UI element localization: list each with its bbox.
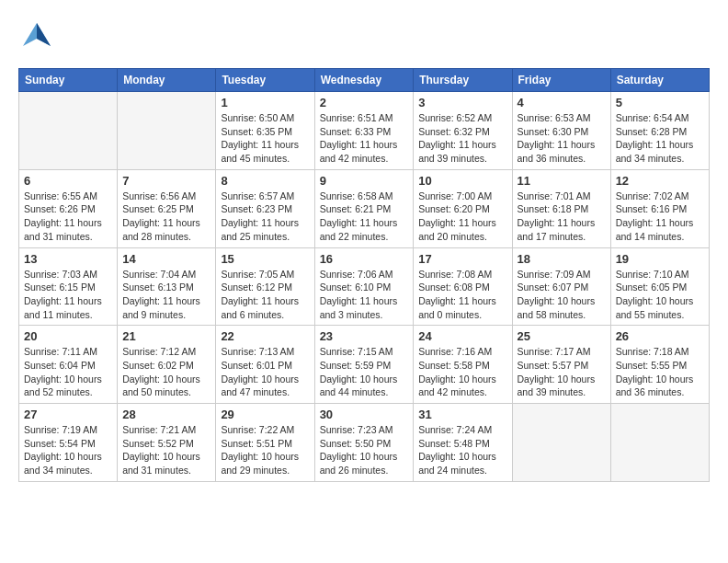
day-info: Sunrise: 7:10 AMSunset: 6:05 PMDaylight:… — [616, 268, 704, 322]
calendar-day: 9Sunrise: 6:58 AMSunset: 6:21 PMDaylight… — [314, 169, 414, 247]
calendar-day: 30Sunrise: 7:23 AMSunset: 5:50 PMDayligh… — [314, 404, 414, 482]
day-number: 25 — [518, 329, 606, 343]
calendar-day: 26Sunrise: 7:18 AMSunset: 5:55 PMDayligh… — [610, 326, 709, 404]
day-number: 6 — [24, 174, 112, 188]
day-number: 17 — [418, 252, 506, 266]
calendar-day: 13Sunrise: 7:03 AMSunset: 6:15 PMDayligh… — [19, 247, 118, 326]
day-number: 31 — [418, 408, 506, 421]
calendar-day: 8Sunrise: 6:57 AMSunset: 6:23 PMDaylight… — [216, 169, 314, 247]
day-number: 13 — [24, 252, 112, 266]
svg-marker-1 — [37, 23, 51, 46]
day-info: Sunrise: 7:05 AMSunset: 6:12 PMDaylight:… — [221, 268, 309, 322]
day-number: 23 — [320, 329, 409, 343]
day-number: 10 — [418, 174, 506, 188]
calendar-day: 20Sunrise: 7:11 AMSunset: 6:04 PMDayligh… — [19, 326, 118, 404]
day-number: 26 — [616, 329, 704, 343]
calendar-day: 22Sunrise: 7:13 AMSunset: 6:01 PMDayligh… — [216, 326, 314, 404]
day-info: Sunrise: 7:13 AMSunset: 6:01 PMDaylight:… — [221, 345, 309, 399]
day-info: Sunrise: 7:23 AMSunset: 5:50 PMDaylight:… — [320, 423, 409, 477]
weekday-header-sunday: Sunday — [19, 69, 118, 92]
logo — [18, 18, 59, 59]
day-info: Sunrise: 7:08 AMSunset: 6:08 PMDaylight:… — [418, 268, 506, 322]
calendar-day: 15Sunrise: 7:05 AMSunset: 6:12 PMDayligh… — [216, 247, 314, 326]
calendar-day: 18Sunrise: 7:09 AMSunset: 6:07 PMDayligh… — [512, 247, 610, 326]
calendar-week-5: 27Sunrise: 7:19 AMSunset: 5:54 PMDayligh… — [19, 404, 710, 482]
day-number: 4 — [518, 96, 606, 109]
day-info: Sunrise: 7:18 AMSunset: 5:55 PMDaylight:… — [616, 345, 704, 399]
day-info: Sunrise: 7:09 AMSunset: 6:07 PMDaylight:… — [518, 268, 606, 322]
logo-bird-icon — [18, 18, 55, 59]
day-number: 29 — [221, 408, 309, 421]
day-number: 22 — [221, 329, 309, 343]
day-info: Sunrise: 7:17 AMSunset: 5:57 PMDaylight:… — [518, 345, 606, 399]
weekday-header-thursday: Thursday — [414, 69, 512, 92]
day-number: 7 — [122, 174, 210, 188]
day-number: 15 — [221, 252, 309, 266]
weekday-header-wednesday: Wednesday — [314, 69, 414, 92]
day-info: Sunrise: 7:21 AMSunset: 5:52 PMDaylight:… — [122, 423, 210, 477]
calendar-day: 27Sunrise: 7:19 AMSunset: 5:54 PMDayligh… — [19, 404, 118, 482]
calendar-day: 7Sunrise: 6:56 AMSunset: 6:25 PMDaylight… — [118, 169, 216, 247]
calendar-week-2: 6Sunrise: 6:55 AMSunset: 6:26 PMDaylight… — [19, 169, 710, 247]
day-info: Sunrise: 7:19 AMSunset: 5:54 PMDaylight:… — [24, 423, 112, 477]
calendar-day: 25Sunrise: 7:17 AMSunset: 5:57 PMDayligh… — [512, 326, 610, 404]
day-number: 12 — [616, 174, 704, 188]
day-info: Sunrise: 7:12 AMSunset: 6:02 PMDaylight:… — [122, 345, 210, 399]
calendar-day: 21Sunrise: 7:12 AMSunset: 6:02 PMDayligh… — [118, 326, 216, 404]
calendar-day: 6Sunrise: 6:55 AMSunset: 6:26 PMDaylight… — [19, 169, 118, 247]
calendar-day: 4Sunrise: 6:53 AMSunset: 6:30 PMDaylight… — [512, 92, 610, 170]
page-header — [18, 18, 710, 59]
calendar-day — [512, 404, 610, 482]
calendar-day: 24Sunrise: 7:16 AMSunset: 5:58 PMDayligh… — [414, 326, 512, 404]
day-number: 18 — [518, 252, 606, 266]
calendar-day — [610, 404, 709, 482]
calendar-day: 5Sunrise: 6:54 AMSunset: 6:28 PMDaylight… — [610, 92, 709, 170]
day-info: Sunrise: 6:53 AMSunset: 6:30 PMDaylight:… — [518, 111, 606, 166]
calendar-day: 17Sunrise: 7:08 AMSunset: 6:08 PMDayligh… — [414, 247, 512, 326]
day-info: Sunrise: 7:00 AMSunset: 6:20 PMDaylight:… — [418, 190, 506, 244]
day-info: Sunrise: 7:15 AMSunset: 5:59 PMDaylight:… — [320, 345, 409, 399]
calendar-table: SundayMondayTuesdayWednesdayThursdayFrid… — [18, 68, 710, 482]
day-number: 8 — [221, 174, 309, 188]
day-info: Sunrise: 6:56 AMSunset: 6:25 PMDaylight:… — [122, 190, 210, 244]
day-info: Sunrise: 7:11 AMSunset: 6:04 PMDaylight:… — [24, 345, 112, 399]
day-number: 9 — [320, 174, 409, 188]
day-info: Sunrise: 6:50 AMSunset: 6:35 PMDaylight:… — [221, 111, 309, 166]
day-info: Sunrise: 7:24 AMSunset: 5:48 PMDaylight:… — [418, 423, 506, 477]
calendar-day — [19, 92, 118, 170]
calendar-day: 16Sunrise: 7:06 AMSunset: 6:10 PMDayligh… — [314, 247, 414, 326]
day-info: Sunrise: 6:55 AMSunset: 6:26 PMDaylight:… — [24, 190, 112, 244]
calendar-day: 29Sunrise: 7:22 AMSunset: 5:51 PMDayligh… — [216, 404, 314, 482]
calendar-day: 12Sunrise: 7:02 AMSunset: 6:16 PMDayligh… — [610, 169, 709, 247]
weekday-header-tuesday: Tuesday — [216, 69, 314, 92]
day-number: 3 — [418, 96, 506, 109]
weekday-header-monday: Monday — [118, 69, 216, 92]
calendar-day: 31Sunrise: 7:24 AMSunset: 5:48 PMDayligh… — [414, 404, 512, 482]
day-number: 21 — [122, 329, 210, 343]
calendar-day: 23Sunrise: 7:15 AMSunset: 5:59 PMDayligh… — [314, 326, 414, 404]
weekday-header-friday: Friday — [512, 69, 610, 92]
day-number: 11 — [518, 174, 606, 188]
day-info: Sunrise: 6:57 AMSunset: 6:23 PMDaylight:… — [221, 190, 309, 244]
day-info: Sunrise: 7:03 AMSunset: 6:15 PMDaylight:… — [24, 268, 112, 322]
day-number: 5 — [616, 96, 704, 109]
day-info: Sunrise: 7:04 AMSunset: 6:13 PMDaylight:… — [122, 268, 210, 322]
day-number: 16 — [320, 252, 409, 266]
calendar-week-4: 20Sunrise: 7:11 AMSunset: 6:04 PMDayligh… — [19, 326, 710, 404]
day-info: Sunrise: 7:02 AMSunset: 6:16 PMDaylight:… — [616, 190, 704, 244]
day-number: 19 — [616, 252, 704, 266]
day-number: 30 — [320, 408, 409, 421]
calendar-week-3: 13Sunrise: 7:03 AMSunset: 6:15 PMDayligh… — [19, 247, 710, 326]
day-info: Sunrise: 6:51 AMSunset: 6:33 PMDaylight:… — [320, 111, 409, 166]
day-number: 27 — [24, 408, 112, 421]
day-info: Sunrise: 7:06 AMSunset: 6:10 PMDaylight:… — [320, 268, 409, 322]
day-info: Sunrise: 7:01 AMSunset: 6:18 PMDaylight:… — [518, 190, 606, 244]
calendar-day: 28Sunrise: 7:21 AMSunset: 5:52 PMDayligh… — [118, 404, 216, 482]
day-number: 20 — [24, 329, 112, 343]
calendar-day: 1Sunrise: 6:50 AMSunset: 6:35 PMDaylight… — [216, 92, 314, 170]
calendar-day: 19Sunrise: 7:10 AMSunset: 6:05 PMDayligh… — [610, 247, 709, 326]
day-number: 24 — [418, 329, 506, 343]
calendar-day: 2Sunrise: 6:51 AMSunset: 6:33 PMDaylight… — [314, 92, 414, 170]
calendar-day: 14Sunrise: 7:04 AMSunset: 6:13 PMDayligh… — [118, 247, 216, 326]
day-number: 28 — [122, 408, 210, 421]
